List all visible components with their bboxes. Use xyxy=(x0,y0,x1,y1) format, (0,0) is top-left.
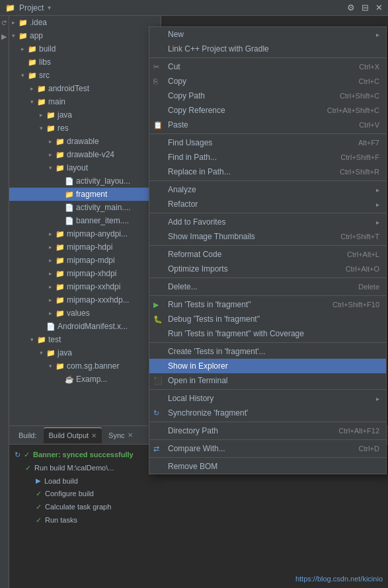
menu-item-optimize[interactable]: Optimize Imports Ctrl+Alt+O xyxy=(149,262,386,276)
menu-item-find-in-path[interactable]: Find in Path... Ctrl+Shift+F xyxy=(149,150,386,165)
layout-icon[interactable]: ⊟ xyxy=(362,3,369,13)
tree-item-mipmap-xhdpi[interactable]: 📁 mipmap-xhdpi xyxy=(9,267,161,280)
folder-icon-androidtest: 📁 xyxy=(37,85,46,93)
shortcut-find-in-path: Ctrl+Shift+F xyxy=(340,153,379,161)
tree-item-layout[interactable]: 📁 layout xyxy=(9,161,161,174)
menu-label-show-explorer: Show in Explorer xyxy=(168,361,228,371)
menu-item-copy[interactable]: ⎘ Copy Ctrl+C xyxy=(149,74,386,89)
shortcut-replace-in-path: Ctrl+Shift+R xyxy=(340,168,379,176)
menu-item-directory-path[interactable]: Directory Path Ctrl+Alt+F12 xyxy=(149,423,386,438)
menu-item-local-history[interactable]: Local History ▸ xyxy=(149,391,386,406)
tree-item-androidmanifest[interactable]: 📄 AndroidManifest.x... xyxy=(9,320,161,333)
submenu-arrow-refactor: ▸ xyxy=(376,201,379,208)
tree-item-main[interactable]: 📁 main xyxy=(9,95,161,108)
dropdown-arrow-icon[interactable]: ▾ xyxy=(48,4,51,11)
tree-item-fragment[interactable]: 📁 fragment xyxy=(9,188,161,201)
tree-item-androidtest[interactable]: 📁 androidTest xyxy=(9,82,161,95)
tree-item-libs[interactable]: 📁 libs xyxy=(9,55,161,69)
menu-item-remove-bom[interactable]: Remove BOM xyxy=(149,459,386,474)
tree-item-java[interactable]: 📁 java xyxy=(9,108,161,122)
shortcut-find-usages: Alt+F7 xyxy=(358,139,379,147)
label-res: res xyxy=(58,124,69,133)
menu-label-run-tests: Run 'Tests in 'fragment'' xyxy=(168,300,251,309)
arrow-mipmap-anydpi xyxy=(49,231,56,237)
menu-label-open-terminal: Open in Terminal xyxy=(168,376,228,385)
menu-label-optimize: Optimize Imports xyxy=(168,264,228,274)
menu-item-refactor[interactable]: Refactor ▸ xyxy=(149,197,386,211)
label-main: main xyxy=(48,97,65,106)
menu-item-create-tests[interactable]: Create 'Tests in 'fragment'... xyxy=(149,344,386,359)
tab-build-output[interactable]: Build Output ✕ xyxy=(44,427,102,443)
menu-item-find-usages[interactable]: Find Usages Alt+F7 xyxy=(149,135,386,150)
menu-item-run-coverage[interactable]: Run 'Tests in 'fragment'' with Coverage xyxy=(149,326,386,341)
label-mipmap-mdpi: mipmap-mdpi xyxy=(67,256,115,265)
folder-icon-com-sg-banner: 📁 xyxy=(56,362,65,371)
submenu-arrow-history: ▸ xyxy=(376,395,379,402)
tab-sync-label: Sync xyxy=(108,431,124,439)
tree-item-drawable-v24[interactable]: 📁 drawable-v24 xyxy=(9,148,161,161)
tab-build[interactable]: Build: xyxy=(13,427,42,443)
menu-item-analyze[interactable]: Analyze ▸ xyxy=(149,182,386,197)
close-icon[interactable]: ✕ xyxy=(375,3,383,13)
menu-item-reformat[interactable]: Reformat Code Ctrl+Alt+L xyxy=(149,247,386,262)
tree-item-mipmap-xxhdpi[interactable]: 📁 mipmap-xxhdpi xyxy=(9,280,161,293)
label-drawable: drawable xyxy=(67,137,99,146)
tree-item-examp[interactable]: ☕ Examp... xyxy=(9,373,161,386)
tree-item-com-sg-banner[interactable]: 📁 com.sg.banner xyxy=(9,359,161,373)
menu-item-link-cpp[interactable]: Link C++ Project with Gradle xyxy=(149,42,386,56)
shortcut-paste: Ctrl+V xyxy=(359,121,379,129)
tree-item-build[interactable]: 📁 build xyxy=(9,42,161,55)
label-activity-main: activity_main.... xyxy=(76,203,131,212)
menu-item-add-favorites[interactable]: Add to Favorites ▸ xyxy=(149,215,386,229)
tree-item-src[interactable]: 📁 src xyxy=(9,69,161,82)
tree-item-values[interactable]: 📁 values xyxy=(9,307,161,320)
menu-item-show-explorer[interactable]: Show in Explorer xyxy=(149,359,386,373)
menu-item-copy-ref[interactable]: Copy Reference Ctrl+Alt+Shift+C xyxy=(149,103,386,118)
compare-icon: ⇄ xyxy=(153,445,159,453)
tree-item-drawable[interactable]: 📁 drawable xyxy=(9,135,161,148)
close-sync-icon[interactable]: ✕ xyxy=(128,431,133,439)
tab-sync[interactable]: Sync ✕ xyxy=(103,427,137,443)
tree-item-res[interactable]: 📁 res xyxy=(9,122,161,135)
label-idea: .idea xyxy=(30,18,47,27)
tree-item-mipmap-hdpi[interactable]: 📁 mipmap-hdpi xyxy=(9,240,161,254)
menu-item-replace-in-path[interactable]: Replace in Path... Ctrl+Shift+R xyxy=(149,165,386,179)
menu-item-cut[interactable]: ✂ Cut Ctrl+X xyxy=(149,59,386,74)
tree-item-banner-item[interactable]: 📄 banner_item.... xyxy=(9,214,161,227)
tree-item-idea[interactable]: 📁 .idea xyxy=(9,16,161,29)
menu-item-open-terminal[interactable]: ⬛ Open in Terminal xyxy=(149,373,386,388)
menu-item-copy-path[interactable]: Copy Path Ctrl+Shift+C xyxy=(149,89,386,103)
sidebar-sync-icon[interactable]: ↻ xyxy=(0,20,9,26)
file-icon-banner-item: 📄 xyxy=(65,217,74,225)
tree-item-mipmap-mdpi[interactable]: 📁 mipmap-mdpi xyxy=(9,254,161,267)
label-examp: Examp... xyxy=(76,375,107,384)
settings-icon[interactable]: ⚙ xyxy=(347,3,355,13)
tree-item-activity-layout[interactable]: 📄 activity_layou... xyxy=(9,174,161,188)
tree-item-activity-main[interactable]: 📄 activity_main.... xyxy=(9,201,161,214)
menu-item-delete[interactable]: Delete... Delete xyxy=(149,279,386,294)
arrow-drawable-v24 xyxy=(49,151,56,158)
menu-label-new: New xyxy=(168,30,184,39)
tree-item-app[interactable]: 📁 app xyxy=(9,29,161,42)
shortcut-compare-with: Ctrl+D xyxy=(359,445,379,453)
tree-item-mipmap-xxxhdpi[interactable]: 📁 mipmap-xxxhdp... xyxy=(9,293,161,307)
tree-item-mipmap-anydpi[interactable]: 📁 mipmap-anydpi... xyxy=(9,227,161,240)
tree-item-test[interactable]: 📁 test xyxy=(9,333,161,346)
arrow-mipmap-mdpi xyxy=(49,257,56,264)
menu-item-new[interactable]: New ▸ xyxy=(149,27,386,42)
close-build-output-icon[interactable]: ✕ xyxy=(91,432,97,439)
menu-item-run-tests[interactable]: ▶ Run 'Tests in 'fragment'' Ctrl+Shift+F… xyxy=(149,297,386,312)
menu-item-compare-with[interactable]: ⇄ Compare With... Ctrl+D xyxy=(149,441,386,456)
menu-item-paste[interactable]: 📋 Paste Ctrl+V xyxy=(149,118,386,132)
menu-item-show-thumbnails[interactable]: Show Image Thumbnails Ctrl+Shift+T xyxy=(149,229,386,244)
menu-item-debug-tests[interactable]: 🐛 Debug 'Tests in 'fragment'' xyxy=(149,312,386,326)
arrow-app xyxy=(12,32,19,39)
arrow-java xyxy=(40,112,46,118)
tree-item-java2[interactable]: 📁 java xyxy=(9,346,161,359)
arrow-mipmap-xxxhdpi xyxy=(49,297,56,303)
label-java2: java xyxy=(58,348,72,357)
sidebar-build-icon[interactable]: ▶ xyxy=(0,32,9,41)
arrow-mipmap-xxhdpi xyxy=(49,283,56,290)
arrow-mipmap-hdpi xyxy=(49,244,56,250)
menu-item-synchronize[interactable]: ↻ Synchronize 'fragment' xyxy=(149,406,386,420)
